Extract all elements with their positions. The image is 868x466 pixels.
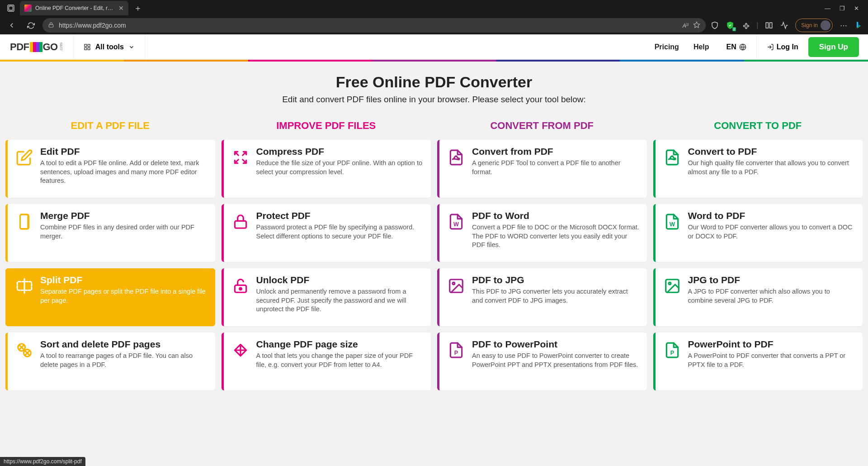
reader-icon[interactable]: A)): [683, 22, 689, 29]
pdf-icon: [447, 148, 466, 167]
card-description: A tool that lets you change the paper si…: [256, 352, 424, 369]
edit-icon: [15, 148, 34, 167]
bing-icon[interactable]: [854, 21, 863, 30]
tool-card[interactable]: Convert to PDF Our high quality file con…: [653, 140, 863, 198]
card-title: PDF to Word: [472, 210, 640, 221]
split-icon: [15, 276, 34, 295]
tool-card[interactable]: P PDF to PowerPoint An easy to use PDF t…: [437, 333, 647, 390]
svg-text:P: P: [454, 350, 458, 356]
refresh-button[interactable]: [24, 18, 38, 33]
card-description: A tool to rearrange pages of a PDF file.…: [40, 352, 208, 369]
tool-card[interactable]: Protect PDF Password protect a PDF file …: [222, 204, 431, 262]
image-icon: [447, 276, 466, 295]
lang-label: EN: [726, 43, 736, 51]
card-description: A tool to edit a PDF file online. Add or…: [40, 159, 208, 185]
card-description: Convert a PDF file to DOC or the Microso…: [472, 223, 640, 250]
minimize-icon[interactable]: —: [825, 5, 830, 12]
card-title: Split PDF: [40, 275, 208, 285]
card-title: Change PDF page size: [256, 339, 424, 350]
tab-overview-icon[interactable]: [4, 2, 18, 14]
ppt-icon: P: [447, 341, 466, 360]
adblock-shield-icon[interactable]: 2: [726, 21, 735, 30]
url-text: https://www.pdf2go.com: [59, 22, 678, 29]
favorite-icon[interactable]: [693, 21, 700, 30]
column-header: IMPROVE PDF FILES: [222, 115, 431, 133]
back-button[interactable]: [5, 18, 19, 33]
card-description: A PowerPoint to PDF converter that conve…: [688, 352, 856, 369]
card-title: Merge PDF: [40, 210, 208, 221]
grid-icon: [84, 43, 91, 51]
svg-text:W: W: [670, 221, 675, 228]
site-logo[interactable]: PDF GO .com: [0, 41, 73, 53]
signup-button[interactable]: Sign Up: [808, 37, 859, 57]
card-title: JPG to PDF: [688, 275, 856, 285]
card-title: Word to PDF: [688, 210, 856, 221]
svg-marker-3: [693, 22, 699, 28]
logo-suffix: GO: [43, 41, 58, 53]
more-icon[interactable]: ⋯: [839, 21, 848, 30]
card-title: Edit PDF: [40, 146, 208, 157]
tracking-shield-icon[interactable]: [710, 21, 719, 30]
browser-tab[interactable]: Online PDF Converter - Edit, rota ✕: [20, 1, 128, 15]
tool-card[interactable]: Merge PDF Combine PDF files in any desir…: [5, 204, 215, 262]
card-description: Reduce the file size of your PDF online.…: [256, 159, 424, 176]
pdf-icon: [663, 148, 682, 167]
card-description: A JPG to PDF converter which also allows…: [688, 287, 856, 305]
extensions-icon[interactable]: [741, 21, 750, 30]
health-icon[interactable]: [780, 21, 789, 30]
avatar-icon: [821, 20, 830, 30]
card-description: This PDF to JPG converter lets you accur…: [472, 287, 640, 305]
card-title: Compress PDF: [256, 146, 424, 157]
favicon-icon: [24, 5, 32, 12]
word-icon: W: [663, 212, 682, 231]
login-button[interactable]: Log In: [757, 43, 808, 51]
tool-card[interactable]: Edit PDF A tool to edit a PDF file onlin…: [5, 140, 215, 198]
signin-label: Sign in: [801, 22, 818, 29]
close-tab-icon[interactable]: ✕: [118, 5, 124, 12]
card-description: Separate PDF pages or split the PDF file…: [40, 287, 208, 305]
tool-card[interactable]: JPG to PDF A JPG to PDF converter which …: [653, 268, 863, 326]
card-description: Password protect a PDF file by specifyin…: [256, 223, 424, 241]
login-icon: [767, 43, 774, 51]
address-bar[interactable]: https://www.pdf2go.com A)): [42, 18, 706, 33]
tool-card[interactable]: Sort and delete PDF pages A tool to rear…: [5, 333, 215, 390]
all-tools-menu[interactable]: All tools: [73, 34, 145, 59]
language-selector[interactable]: EN: [717, 34, 757, 59]
maximize-icon[interactable]: ❐: [840, 5, 845, 12]
page-title: Free Online PDF Converter: [0, 73, 868, 91]
card-description: Our Word to PDF converter allows you to …: [688, 223, 856, 241]
help-link[interactable]: Help: [686, 43, 717, 51]
ppt-icon: P: [663, 341, 682, 360]
shield-badge: 2: [732, 27, 736, 31]
card-title: Convert to PDF: [688, 146, 856, 157]
pricing-link[interactable]: Pricing: [647, 43, 686, 51]
tool-card[interactable]: P PowerPoint to PDF A PowerPoint to PDF …: [653, 333, 863, 390]
svg-rect-5: [770, 23, 772, 28]
card-title: PowerPoint to PDF: [688, 339, 856, 350]
logo-mark-icon: [30, 42, 42, 52]
tool-card[interactable]: Change PDF page size A tool that lets yo…: [222, 333, 431, 390]
card-description: An easy to use PDF to PowerPoint convert…: [472, 352, 640, 369]
signin-button[interactable]: Sign in: [795, 19, 833, 32]
svg-text:P: P: [670, 350, 674, 356]
tool-card[interactable]: Convert from PDF A generic PDF Tool to c…: [437, 140, 647, 198]
card-title: Unlock PDF: [256, 275, 424, 285]
tool-card[interactable]: W PDF to Word Convert a PDF file to DOC …: [437, 204, 647, 262]
svg-rect-7: [88, 44, 90, 47]
logo-prefix: PDF: [10, 41, 29, 53]
new-tab-button[interactable]: ＋: [130, 3, 146, 14]
resize-icon: [231, 341, 250, 360]
card-title: PDF to JPG: [472, 275, 640, 285]
column-header: EDIT A PDF FILE: [5, 115, 215, 133]
tool-card[interactable]: PDF to JPG This PDF to JPG converter let…: [437, 268, 647, 326]
tool-card[interactable]: Split PDF Separate PDF pages or split th…: [5, 268, 215, 326]
close-window-icon[interactable]: ✕: [854, 5, 859, 12]
tool-card[interactable]: Compress PDF Reduce the file size of you…: [222, 140, 431, 198]
chevron-down-icon: [128, 44, 135, 50]
tool-card[interactable]: W Word to PDF Our Word to PDF converter …: [653, 204, 863, 262]
lock-icon: [48, 22, 54, 29]
tool-card[interactable]: Unlock PDF Unlock and permanently remove…: [222, 268, 431, 326]
svg-rect-1: [9, 6, 13, 10]
card-description: Unlock and permanently remove a password…: [256, 287, 424, 314]
collections-icon[interactable]: [764, 21, 774, 30]
